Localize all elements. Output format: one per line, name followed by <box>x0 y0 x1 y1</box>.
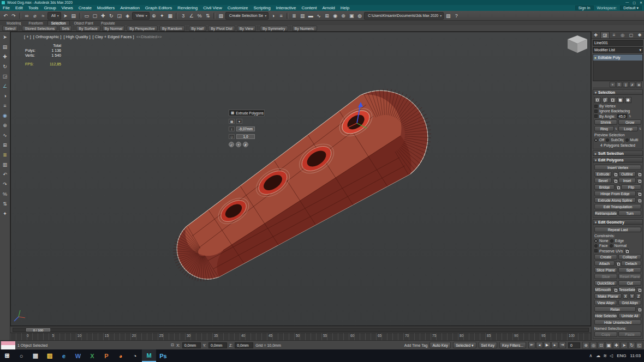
repeat-last-button[interactable]: Repeat Last <box>594 227 641 232</box>
mirror-icon[interactable]: ◑ <box>1 92 9 100</box>
ribbon-panel-button[interactable] <box>258 26 258 31</box>
sign-in-button[interactable]: Sign In <box>575 5 594 10</box>
menu-item[interactable]: Animation <box>117 5 142 10</box>
ribbon-tab[interactable]: Modeling <box>3 21 24 25</box>
firefox-button[interactable]: ◕ <box>114 349 128 362</box>
ribbon-panel-button[interactable]: By Pivot Dist <box>208 26 235 31</box>
bevel-button[interactable]: Bevel <box>594 178 612 183</box>
chrome-button[interactable]: ◔ <box>128 349 142 362</box>
stack-item-editable-poly[interactable]: ● Editable Poly <box>593 55 642 61</box>
ribbon-panel-button[interactable]: By Numeric <box>292 26 317 31</box>
modifier-stack[interactable]: ● Editable Poly <box>593 54 643 81</box>
material-editor-icon[interactable]: ◉ <box>331 12 339 20</box>
menu-item[interactable]: Tools <box>26 5 41 10</box>
keyboard-shortcut-override-icon[interactable]: ▦ <box>166 12 174 20</box>
modify-panel-tab[interactable]: ◲ <box>600 32 610 38</box>
msmooth-button[interactable]: MSmooth <box>594 287 612 292</box>
select-and-link-icon[interactable]: ∞ <box>23 12 31 20</box>
extrude-along-spline-button[interactable]: Extrude Along Spline <box>594 197 636 203</box>
bridge-button[interactable]: Bridge <box>594 184 615 190</box>
toolbar-separator[interactable] <box>287 13 289 19</box>
caddy-apply-button[interactable]: + <box>236 142 241 147</box>
percent-snap-icon[interactable]: % <box>1 190 9 198</box>
transform-type-in-lock-icon[interactable]: ⊡ <box>171 343 174 347</box>
use-pivot-point-icon[interactable]: ⊕ <box>150 12 158 20</box>
tessellate-settings-button[interactable] <box>637 287 641 292</box>
toggle-scene-explorer-icon[interactable]: ≣ <box>290 12 298 20</box>
modifier-list-dropdown[interactable]: Modifier List▾ <box>593 47 643 53</box>
menu-item[interactable]: Graph Editors <box>142 5 175 10</box>
word-button[interactable]: W <box>71 349 85 362</box>
track-bar-ruler[interactable]: 0510152025303540455055606570758085909510… <box>10 333 591 340</box>
key-filters-button[interactable]: Key Filters... <box>499 342 526 348</box>
percent-snap-icon[interactable]: % <box>196 12 204 20</box>
inset-button[interactable]: Inset <box>618 178 636 183</box>
make-planar-button[interactable]: Make Planar <box>594 293 622 299</box>
select-and-rotate-icon[interactable]: ↻ <box>108 12 115 20</box>
hide-selected-button[interactable]: Hide Selected <box>594 313 617 318</box>
search-button[interactable]: ○ <box>14 349 28 362</box>
viewport-pov-menu[interactable]: [ Orthographic ] <box>33 34 62 39</box>
ribbon-tab[interactable]: Freeform <box>25 21 46 25</box>
ignore-backfacing-checkbox[interactable] <box>594 110 598 113</box>
inset-settings-button[interactable] <box>637 178 641 183</box>
go-to-start-button[interactable]: ⇤ <box>528 342 535 348</box>
extrude-along-spline-settings-button[interactable] <box>637 198 641 202</box>
toolbar-separator[interactable] <box>213 13 216 19</box>
ring-button[interactable]: Ring <box>594 126 614 131</box>
layer-explorer-icon[interactable]: ≣ <box>1 150 9 159</box>
shrink-button[interactable]: Shrink <box>594 119 617 125</box>
play-button[interactable]: ▶ <box>544 342 551 348</box>
time-slider[interactable]: 0 / 100 <box>10 326 591 333</box>
walk-through-icon[interactable]: ➤ <box>621 342 628 349</box>
extrude-settings-button[interactable] <box>613 172 617 176</box>
open-explorer-icon[interactable]: ▨ <box>444 12 452 20</box>
ribbon-panel-button[interactable] <box>290 26 290 31</box>
unhide-all-button[interactable]: Unhide All <box>618 313 641 318</box>
ribbon-panel-button[interactable]: By Symmetry <box>260 26 288 31</box>
caddy-cancel-button[interactable]: ✗ <box>243 142 248 147</box>
extrude-button[interactable]: Extrude <box>594 171 612 177</box>
current-frame-field[interactable]: 0 <box>568 342 580 348</box>
volume-tray-icon[interactable]: ◁ <box>610 353 613 358</box>
spinner-icon[interactable]: ⇅ <box>629 114 631 118</box>
menu-item[interactable]: Interactive <box>273 5 299 10</box>
project-folder-path-dropdown[interactable]: C:\Users\Kinsanix\Documents\3ds Max 2020… <box>364 12 444 20</box>
ribbon-panel-button[interactable]: By Perspective <box>127 26 158 31</box>
hinge-settings-button[interactable] <box>637 191 641 196</box>
maximize-button[interactable]: ▢ <box>633 1 636 4</box>
rectangular-selection-region-icon[interactable]: ▭ <box>83 12 91 20</box>
zoom-extents-icon[interactable]: ⊡ <box>598 342 605 349</box>
constraint-edge-radio[interactable] <box>610 239 613 243</box>
select-and-move-icon[interactable]: ✚ <box>99 12 107 20</box>
schematic-view-icon[interactable]: ⊞ <box>1 141 9 149</box>
menu-item[interactable]: Civil View <box>200 5 225 10</box>
toolbar-separator[interactable] <box>19 13 21 19</box>
ribbon-tab[interactable]: Selection <box>47 21 70 25</box>
menu-item[interactable]: Modifiers <box>94 5 117 10</box>
menu-item[interactable]: Edit <box>13 5 26 10</box>
by-angle-checkbox[interactable] <box>594 114 598 118</box>
attach-settings-button[interactable] <box>616 261 620 266</box>
ribbon-panel-button[interactable]: Sets <box>59 26 72 31</box>
reference-coordinate-dropdown[interactable]: View▾ <box>132 12 150 20</box>
select-by-name-icon[interactable]: ▤ <box>1 43 9 51</box>
edge-subobject-icon[interactable]: ╱ <box>602 97 609 103</box>
start-button[interactable]: ⊞ <box>0 349 14 362</box>
relax-button[interactable]: Relax <box>594 306 636 312</box>
collapse-button[interactable]: Collapse <box>618 254 641 260</box>
ribbon-panel-button[interactable] <box>20 26 20 31</box>
toolbar-separator[interactable] <box>79 13 81 19</box>
menu-item[interactable]: Group <box>41 5 58 10</box>
cloud-tray-icon[interactable]: ☁ <box>596 353 600 358</box>
select-and-move-icon[interactable]: ✚ <box>1 52 9 61</box>
help-icon[interactable]: ? <box>452 12 460 20</box>
network-tray-icon[interactable]: ≋ <box>603 353 607 358</box>
slice-plane-button[interactable]: Slice Plane <box>594 267 617 273</box>
render-production-icon[interactable]: ◍ <box>356 12 363 20</box>
undo-icon[interactable]: ↶ <box>1 170 9 178</box>
turn-button[interactable]: Turn <box>618 210 641 216</box>
detach-button[interactable]: Detach <box>621 261 641 266</box>
angle-snap-icon[interactable]: ∠ <box>188 12 195 20</box>
make-planar-y-button[interactable]: Y <box>629 293 635 299</box>
